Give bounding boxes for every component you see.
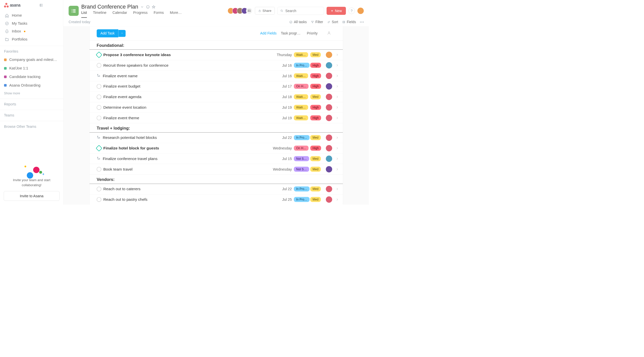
- reports-heading[interactable]: Reports: [0, 100, 63, 108]
- complete-checkbox[interactable]: [97, 63, 101, 68]
- browse-teams-button[interactable]: Browse Other Teams: [0, 123, 63, 131]
- col-priority-header[interactable]: Priority: [307, 31, 323, 35]
- project-title[interactable]: Brand Conference Plan: [81, 4, 138, 10]
- task-date[interactable]: Jul 22: [266, 136, 292, 140]
- task-date[interactable]: Jul 15: [266, 157, 292, 161]
- show-more-button[interactable]: Show more: [0, 90, 63, 97]
- favorite-item[interactable]: Candidate tracking: [0, 72, 63, 81]
- favorite-item[interactable]: Kat/Joe 1:1: [0, 64, 63, 72]
- task-row[interactable]: Finalize event agendaJul 18Waiti…Med: [90, 92, 343, 102]
- favorite-item[interactable]: Asana Onboarding: [0, 81, 63, 90]
- complete-checkbox[interactable]: [97, 197, 101, 202]
- assignee-avatar[interactable]: [326, 52, 332, 58]
- tab-progress[interactable]: Progress: [133, 11, 147, 18]
- info-icon[interactable]: [146, 5, 150, 9]
- fields-button[interactable]: Fields: [342, 20, 356, 24]
- status-pill[interactable]: In Pro…: [294, 63, 309, 68]
- help-button[interactable]: ?: [348, 8, 355, 14]
- teams-heading[interactable]: Teams: [0, 111, 63, 120]
- complete-checkbox[interactable]: [97, 105, 101, 110]
- priority-pill[interactable]: Med: [310, 94, 321, 99]
- priority-pill[interactable]: Med: [310, 135, 321, 140]
- task-row[interactable]: Finalize conference travel plansJul 15No…: [90, 154, 343, 164]
- status-pill[interactable]: Waiti…: [294, 52, 308, 57]
- assignee-avatar[interactable]: [326, 62, 332, 68]
- task-row[interactable]: Finalize event budgetJul 17On H…High: [90, 81, 343, 92]
- project-icon[interactable]: [69, 6, 79, 16]
- task-row[interactable]: Reach out to caterersJul 22In Pro…Med: [90, 184, 343, 194]
- assignee-avatar[interactable]: [326, 94, 332, 100]
- priority-pill[interactable]: High: [310, 63, 321, 68]
- assignee-avatar[interactable]: [326, 196, 332, 203]
- section-heading[interactable]: Foundational:: [90, 41, 343, 50]
- status-pill[interactable]: Not S…: [294, 167, 309, 172]
- assignee-avatar[interactable]: [326, 186, 332, 192]
- star-icon[interactable]: [152, 5, 155, 9]
- priority-pill[interactable]: High: [310, 105, 321, 110]
- task-row[interactable]: Finalize event themeJul 19Waiti…High: [90, 113, 343, 124]
- add-task-dropdown[interactable]: [118, 30, 126, 37]
- favorite-item[interactable]: Company goals and milest…: [0, 56, 63, 64]
- status-pill[interactable]: Not S…: [294, 156, 309, 161]
- nav-portfolios[interactable]: Portfolios: [2, 35, 61, 43]
- search-box[interactable]: [277, 7, 324, 15]
- task-date[interactable]: Jul 18: [266, 95, 292, 99]
- section-heading[interactable]: Vendors:: [90, 175, 343, 184]
- tab-forms[interactable]: Forms: [154, 11, 164, 18]
- task-row[interactable]: Book team travelWednesdayNot S…Med: [90, 164, 343, 175]
- task-date[interactable]: Wednesday: [266, 167, 292, 172]
- priority-pill[interactable]: Med: [310, 52, 321, 57]
- task-row[interactable]: Reach out to pastry chefsJul 25In Pro…Me…: [90, 194, 343, 205]
- tab-more[interactable]: More…: [170, 11, 182, 18]
- complete-checkbox[interactable]: [97, 84, 101, 89]
- col-assignee-header[interactable]: [327, 31, 336, 36]
- task-date[interactable]: Jul 25: [266, 197, 292, 202]
- tab-calendar[interactable]: Calendar: [112, 11, 127, 18]
- task-date[interactable]: Thursday: [266, 53, 292, 57]
- priority-pill[interactable]: Med: [310, 167, 321, 172]
- all-tasks-button[interactable]: All tasks: [289, 20, 307, 24]
- complete-checkbox[interactable]: [97, 116, 101, 120]
- task-date[interactable]: Jul 22: [266, 187, 292, 191]
- priority-pill[interactable]: High: [310, 84, 321, 89]
- sort-button[interactable]: Sort: [327, 20, 338, 24]
- assignee-avatar[interactable]: [326, 115, 332, 121]
- nav-inbox[interactable]: Inbox: [2, 27, 61, 35]
- priority-pill[interactable]: Med: [310, 156, 321, 161]
- assignee-avatar[interactable]: [326, 104, 332, 111]
- status-pill[interactable]: On H…: [294, 84, 308, 89]
- task-row[interactable]: Recruit three speakers for conferenceJul…: [90, 60, 343, 71]
- tab-timeline[interactable]: Timeline: [93, 11, 106, 18]
- task-date[interactable]: Jul 17: [266, 84, 292, 89]
- task-row[interactable]: Finalize hotel block for guestsWednesday…: [90, 143, 343, 154]
- priority-pill[interactable]: Med: [310, 186, 321, 191]
- priority-pill[interactable]: High: [310, 146, 321, 151]
- me-avatar[interactable]: [357, 8, 364, 14]
- assignee-avatar[interactable]: [326, 145, 332, 151]
- asana-logo[interactable]: asana: [4, 3, 24, 7]
- new-button[interactable]: New: [327, 7, 346, 15]
- complete-checkbox[interactable]: [97, 95, 101, 99]
- chevron-down-icon[interactable]: [140, 5, 144, 9]
- task-row[interactable]: Determine event locationJul 19Waiti…High: [90, 102, 343, 113]
- status-pill[interactable]: In Pro…: [294, 186, 309, 191]
- more-actions-button[interactable]: [360, 22, 364, 22]
- col-status-header[interactable]: Task progr…: [281, 31, 303, 35]
- complete-checkbox[interactable]: [97, 167, 101, 172]
- nav-my-tasks[interactable]: My Tasks: [2, 19, 61, 27]
- complete-checkbox[interactable]: [97, 187, 101, 191]
- status-pill[interactable]: Waiti…: [294, 105, 308, 110]
- assignee-avatar[interactable]: [326, 156, 332, 162]
- assignee-avatar[interactable]: [326, 166, 332, 173]
- milestone-icon[interactable]: [96, 52, 102, 58]
- task-date[interactable]: Jul 19: [266, 105, 292, 110]
- priority-pill[interactable]: Med: [310, 197, 321, 202]
- status-pill[interactable]: Waiti…: [294, 73, 308, 78]
- task-date[interactable]: Jul 19: [266, 116, 292, 120]
- task-date[interactable]: Wednesday: [266, 146, 292, 150]
- task-row[interactable]: Research potential hotel blocksJul 22In …: [90, 133, 343, 143]
- status-pill[interactable]: On H…: [294, 146, 308, 151]
- add-fields-button[interactable]: Add Fields: [260, 31, 276, 35]
- tab-list[interactable]: List: [81, 11, 87, 18]
- milestone-icon[interactable]: [96, 145, 102, 152]
